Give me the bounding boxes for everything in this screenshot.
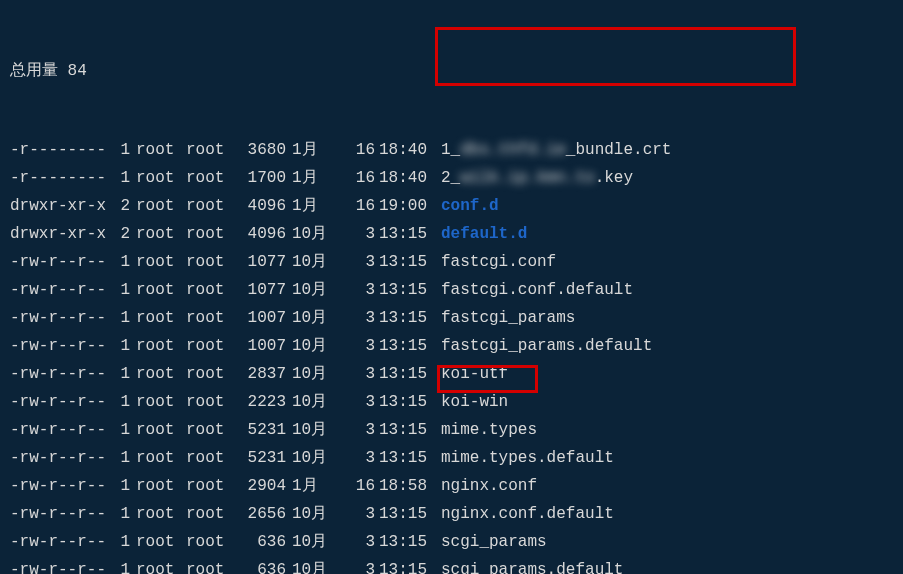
col-size: 4096	[236, 220, 286, 248]
col-group: root	[186, 332, 236, 360]
col-filename: fastcgi.conf	[437, 248, 556, 276]
list-row: -rw-r--r--1rootroot100710月313:15fastcgi_…	[10, 332, 893, 360]
col-links: 1	[110, 472, 130, 500]
col-owner: root	[130, 360, 186, 388]
col-day: 3	[337, 248, 375, 276]
col-owner: root	[130, 276, 186, 304]
col-owner: root	[130, 248, 186, 276]
col-group: root	[186, 388, 236, 416]
col-day: 3	[337, 388, 375, 416]
col-month: 10月	[286, 416, 337, 444]
col-group: root	[186, 416, 236, 444]
col-filename: mime.types	[437, 416, 537, 444]
col-group: root	[186, 360, 236, 388]
col-time: 13:15	[375, 556, 437, 574]
col-day: 16	[337, 472, 375, 500]
col-time: 13:15	[375, 304, 437, 332]
col-links: 1	[110, 360, 130, 388]
col-month: 10月	[286, 556, 337, 574]
filename-redacted: dbs.thfd.ie	[460, 141, 566, 159]
col-month: 1月	[286, 192, 337, 220]
col-group: root	[186, 220, 236, 248]
col-day: 3	[337, 304, 375, 332]
col-perms: -rw-r--r--	[10, 416, 110, 444]
terminal-output[interactable]: 总用量 84 -r--------1rootroot36801月1618:401…	[0, 0, 903, 574]
col-perms: -rw-r--r--	[10, 276, 110, 304]
col-month: 10月	[286, 500, 337, 528]
col-filename: mime.types.default	[437, 444, 614, 472]
col-perms: -rw-r--r--	[10, 556, 110, 574]
col-links: 1	[110, 444, 130, 472]
list-row: -rw-r--r--1rootroot523110月313:15mime.typ…	[10, 444, 893, 472]
col-group: root	[186, 192, 236, 220]
col-owner: root	[130, 556, 186, 574]
col-day: 3	[337, 500, 375, 528]
col-size: 5231	[236, 416, 286, 444]
col-owner: root	[130, 528, 186, 556]
col-links: 1	[110, 164, 130, 192]
col-month: 10月	[286, 388, 337, 416]
col-size: 4096	[236, 192, 286, 220]
col-size: 1700	[236, 164, 286, 192]
col-owner: root	[130, 192, 186, 220]
col-owner: root	[130, 304, 186, 332]
col-filename: fastcgi.conf.default	[437, 276, 633, 304]
col-group: root	[186, 304, 236, 332]
col-day: 3	[337, 528, 375, 556]
col-perms: -r--------	[10, 136, 110, 164]
col-perms: -rw-r--r--	[10, 444, 110, 472]
col-month: 10月	[286, 276, 337, 304]
col-perms: -rw-r--r--	[10, 332, 110, 360]
list-row: -rw-r--r--1rootroot222310月313:15koi-win	[10, 388, 893, 416]
col-links: 1	[110, 276, 130, 304]
col-group: root	[186, 136, 236, 164]
col-owner: root	[130, 220, 186, 248]
list-row: -rw-r--r--1rootroot265610月313:15nginx.co…	[10, 500, 893, 528]
col-month: 10月	[286, 360, 337, 388]
list-row: -rw-r--r--1rootroot283710月313:15koi-utf	[10, 360, 893, 388]
col-month: 10月	[286, 332, 337, 360]
col-links: 1	[110, 248, 130, 276]
col-links: 1	[110, 556, 130, 574]
col-group: root	[186, 444, 236, 472]
col-filename: nginx.conf.default	[437, 500, 614, 528]
col-owner: root	[130, 472, 186, 500]
filename-suffix: _bundle.crt	[566, 141, 672, 159]
col-month: 10月	[286, 444, 337, 472]
col-links: 1	[110, 332, 130, 360]
col-owner: root	[130, 500, 186, 528]
filename-prefix: 2_	[441, 169, 460, 187]
list-row: -rw-r--r--1rootroot523110月313:15mime.typ…	[10, 416, 893, 444]
col-time: 19:00	[375, 192, 437, 220]
col-filename: koi-win	[437, 388, 508, 416]
col-day: 3	[337, 416, 375, 444]
col-time: 13:15	[375, 528, 437, 556]
col-filename: scgi_params	[437, 528, 547, 556]
col-perms: drwxr-xr-x	[10, 220, 110, 248]
col-size: 636	[236, 528, 286, 556]
col-owner: root	[130, 444, 186, 472]
col-links: 1	[110, 416, 130, 444]
list-row: drwxr-xr-x2rootroot40961月1619:00conf.d	[10, 192, 893, 220]
col-group: root	[186, 248, 236, 276]
col-month: 10月	[286, 304, 337, 332]
col-filename: fastcgi_params.default	[437, 332, 652, 360]
col-time: 13:15	[375, 220, 437, 248]
col-filename: scgi_params.default	[437, 556, 623, 574]
col-month: 1月	[286, 164, 337, 192]
col-day: 16	[337, 136, 375, 164]
col-filename: fastcgi_params	[437, 304, 575, 332]
list-row: -rw-r--r--1rootroot100710月313:15fastcgi_…	[10, 304, 893, 332]
col-group: root	[186, 500, 236, 528]
col-perms: -rw-r--r--	[10, 500, 110, 528]
col-time: 13:15	[375, 416, 437, 444]
col-time: 13:15	[375, 332, 437, 360]
col-filename: 1_dbs.thfd.ie_bundle.crt	[437, 136, 671, 164]
col-size: 5231	[236, 444, 286, 472]
col-links: 1	[110, 388, 130, 416]
col-filename: koi-utf	[437, 360, 508, 388]
list-row: -rw-r--r--1rootroot29041月1618:58nginx.co…	[10, 472, 893, 500]
col-size: 2904	[236, 472, 286, 500]
col-day: 3	[337, 220, 375, 248]
col-size: 2837	[236, 360, 286, 388]
